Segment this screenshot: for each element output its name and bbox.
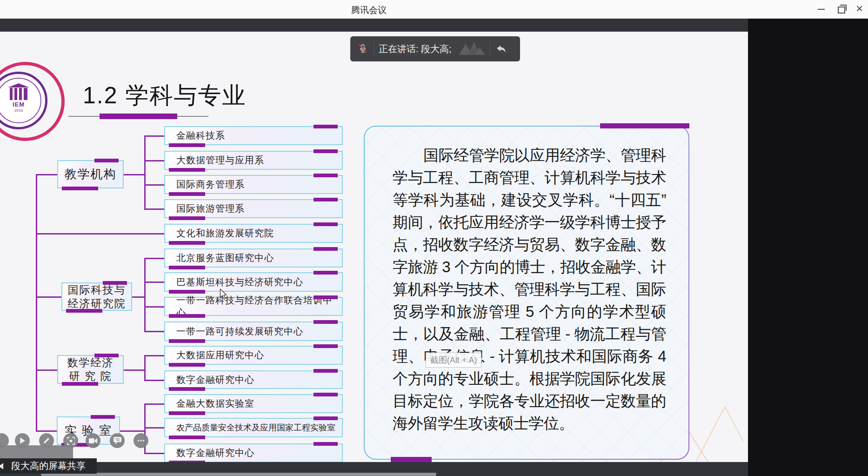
connector-line <box>120 430 144 432</box>
pencil-icon <box>43 437 50 444</box>
meeting-logo-icon <box>457 41 486 57</box>
org-node: 一带一路可持续发展研究中心 <box>164 322 343 341</box>
connector-line <box>36 369 57 371</box>
connector-line <box>36 296 61 298</box>
reply-arrow-icon[interactable] <box>495 43 507 54</box>
description-panel-inner: 国际经管学院以应用经济学、管理科学与工程、工商管理、计算机科学与技术等学科为基础… <box>365 127 688 459</box>
logo-text: IEM <box>0 101 45 108</box>
org-node-label: 大数据应用研究中心 <box>176 349 264 362</box>
description-paragraph: 国际经管学院以应用经济学、管理科学与工程、工商管理、计算机科学与技术等学科为基础… <box>393 144 666 435</box>
logo-year: 2019 <box>0 108 45 113</box>
connector-line <box>124 369 144 371</box>
org-node: 农产品质量安全技术及应用国家工程实验室 <box>164 418 343 437</box>
org-category: 数学经济 研 究 院 <box>57 355 124 384</box>
slide-title: 1.2 学科与专业 <box>83 80 246 111</box>
connector-line <box>144 355 164 356</box>
banner-divider <box>374 42 374 56</box>
connector-line <box>144 135 164 137</box>
org-node: 大数据管理与应用系 <box>164 151 343 170</box>
more-icon <box>137 439 145 442</box>
org-node-label: 数字金融研究中心 <box>176 447 254 459</box>
restore-button[interactable] <box>832 0 852 19</box>
org-node: 数字金融研究中心 <box>164 443 343 462</box>
description-panel: 国际经管学院以应用经济学、管理科学与工程、工商管理、计算机科学与技术等学科为基础… <box>364 126 689 460</box>
connector-line <box>144 331 164 332</box>
minimize-button[interactable] <box>811 0 831 19</box>
connector-line <box>144 427 164 429</box>
org-node: 文化和旅游发展研究院 <box>164 224 343 243</box>
connector-line <box>144 306 164 308</box>
connector-line <box>144 258 164 259</box>
org-category-label: 教学机构 <box>65 166 117 182</box>
close-icon: × <box>856 2 863 14</box>
org-node: 数字金融研究中心 <box>164 370 343 389</box>
connector-line <box>132 296 144 298</box>
org-node-label: 巴基斯坦科技与经济研究中心 <box>176 276 303 288</box>
connector-line <box>144 403 164 405</box>
org-node-label: 农产品质量安全技术及应用国家工程实验室 <box>176 422 335 433</box>
org-node-label: 北京服务蓝图研究中心 <box>176 252 274 264</box>
org-category: 国际科技与 经济研究院 <box>61 282 132 311</box>
connector-line <box>124 174 144 175</box>
org-node: 国际旅游管理系 <box>164 199 343 218</box>
mic-muted-icon <box>358 43 368 55</box>
play-icon <box>20 437 25 444</box>
connector-line <box>36 174 37 432</box>
title-underline-accent <box>100 114 177 119</box>
org-node: 巴基斯坦科技与经济研究中心 <box>164 272 343 292</box>
window-title: 腾讯会议 <box>351 4 387 16</box>
app-window: 腾讯会议 × IEM 2019 1.2 学科与专业 教学机构 国际科技与 经济研… <box>0 0 868 476</box>
org-node-label: 一带一路可持续发展研究中心 <box>176 325 303 338</box>
org-node-label: 国际旅游管理系 <box>176 202 245 215</box>
connector-line <box>144 258 146 332</box>
speaker-icon <box>0 462 7 471</box>
org-node-label: 国际商务管理系 <box>176 178 245 191</box>
org-category-label: 国际科技与 经济研究院 <box>68 283 126 310</box>
shared-screen-letterbox-top <box>0 19 748 32</box>
minimize-icon <box>818 9 825 10</box>
connector-line <box>144 453 164 454</box>
org-node: 金融大数据实验室 <box>164 394 343 413</box>
org-category-label: 数学经济 研 究 院 <box>67 356 114 383</box>
org-category: 教学机构 <box>57 160 124 188</box>
org-node: 金融科技系 <box>164 126 343 145</box>
banner-divider <box>490 42 490 56</box>
close-button[interactable]: × <box>851 0 868 19</box>
speaking-indicator: 正在讲话: 段大高; <box>350 36 520 61</box>
connector-line <box>144 208 164 210</box>
camera-icon <box>89 438 97 444</box>
screenshot-icon <box>67 437 75 445</box>
panel-accent-top <box>600 123 689 128</box>
more-button[interactable] <box>134 433 148 448</box>
org-node: 北京服务蓝图研究中心 <box>164 248 343 268</box>
speaking-text: 正在讲话: 段大高; <box>379 43 452 55</box>
logo-building-roof <box>8 83 29 87</box>
org-node-label: 数字金融研究中心 <box>176 374 254 386</box>
screen-share-label-text: 段大高的屏幕共享 <box>11 460 86 472</box>
horizontal-scrollbar[interactable] <box>41 473 436 476</box>
window-titlebar: 腾讯会议 × <box>0 0 868 19</box>
screenshot-button[interactable] <box>63 433 78 448</box>
chat-button[interactable] <box>110 433 125 448</box>
panel-accent-bottom <box>391 457 432 462</box>
org-node-label: 文化和旅游发展研究院 <box>176 227 274 240</box>
org-node: 国际商务管理系 <box>164 175 343 194</box>
org-node: 大数据应用研究中心 <box>164 346 343 365</box>
shared-slide: IEM 2019 1.2 学科与专业 教学机构 国际科技与 经济研究院 数学经济… <box>0 32 748 462</box>
camera-button[interactable] <box>86 433 100 448</box>
connector-line <box>144 160 164 161</box>
connector-line <box>36 430 57 432</box>
connector-line <box>144 184 164 186</box>
screenshot-tooltip: 截图(Alt + A) <box>426 353 481 368</box>
org-node-label: 金融科技系 <box>176 129 225 142</box>
participants-panel: 北京工商大学国际经管学院 第一届·全国 暑期夏令营 2 段大高 <box>748 19 868 476</box>
org-node: 一带一路科技与经济合作联合培训中心 <box>164 297 343 316</box>
mouse-cursor <box>218 289 228 300</box>
org-node-label: 金融大数据实验室 <box>176 397 254 410</box>
restore-icon <box>838 7 845 13</box>
connector-line <box>144 135 146 210</box>
annotate-button[interactable] <box>39 433 54 448</box>
connector-line <box>36 233 164 235</box>
connector-line <box>144 380 164 381</box>
play-button[interactable] <box>15 433 30 448</box>
